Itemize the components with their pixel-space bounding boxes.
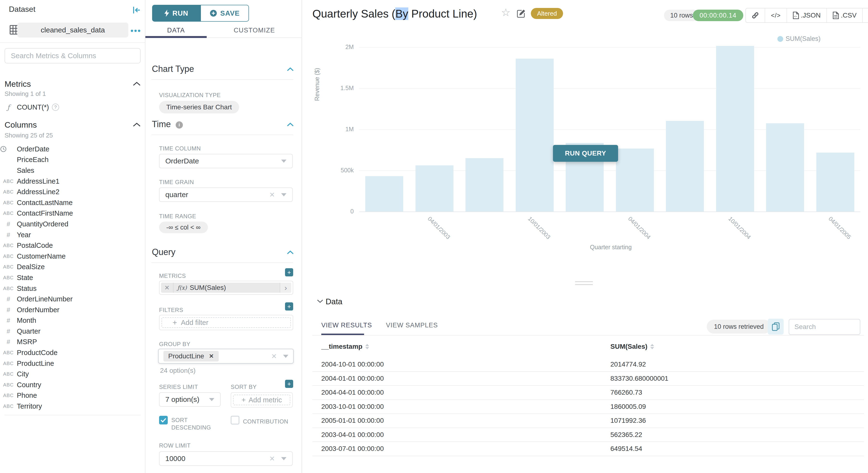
- chart-title[interactable]: Quarterly Sales (By Product Line): [312, 7, 477, 20]
- y-axis-tick-label: 0: [306, 208, 354, 215]
- column-item[interactable]: ABCCountry: [0, 379, 145, 390]
- column-item[interactable]: #Month: [0, 315, 145, 326]
- column-item[interactable]: #OrderLineNumber: [0, 294, 145, 305]
- chart-menu-button[interactable]: [862, 8, 868, 22]
- add-filter-dropzone[interactable]: + Add filter: [161, 317, 291, 328]
- data-section-chevron-icon[interactable]: [317, 299, 323, 303]
- row-limit-label: ROW LIMIT: [159, 442, 191, 449]
- time-range-value[interactable]: -∞ ≤ col < ∞: [159, 222, 208, 233]
- metric-item-count[interactable]: ƒ COUNT(*) ?: [0, 102, 145, 113]
- metric-chip[interactable]: ✕ ƒ(x) SUM(Sales) ›: [161, 283, 291, 293]
- favorite-star-icon[interactable]: ☆: [501, 6, 510, 19]
- column-header-sum-sales[interactable]: SUM(Sales): [610, 343, 654, 350]
- add-sort-metric-button[interactable]: +: [285, 380, 293, 388]
- column-item[interactable]: #Quarter: [0, 326, 145, 337]
- clear-icon[interactable]: ✕: [269, 455, 275, 463]
- group-by-chip[interactable]: ProductLine ✕: [163, 351, 219, 361]
- export-csv-button[interactable]: .CSV: [827, 8, 862, 22]
- resize-grip[interactable]: [575, 281, 593, 287]
- csv-file-icon: [833, 11, 839, 19]
- column-item[interactable]: ABCProductCode: [0, 347, 145, 358]
- cell-timestamp: 2004-04-01 00:00:00: [321, 389, 384, 396]
- column-item[interactable]: ABCAddressLine2: [0, 187, 145, 197]
- table-row: 2004-10-01 00:00:002014774.92: [312, 358, 864, 372]
- bar-2003-07-01: [465, 158, 503, 212]
- copy-link-button[interactable]: [746, 8, 765, 22]
- column-item[interactable]: ABCProductLine: [0, 358, 145, 369]
- sort-by-label: SORT BY: [231, 384, 257, 390]
- metric-help-icon[interactable]: ?: [52, 103, 59, 111]
- column-item[interactable]: ABCDealSize: [0, 262, 145, 273]
- column-item[interactable]: ABCPostalCode: [0, 240, 145, 251]
- chevron-up-icon[interactable]: [287, 67, 294, 72]
- column-item[interactable]: ABCCity: [0, 369, 145, 379]
- chart-legend[interactable]: SUM(Sales): [777, 35, 821, 42]
- tab-customize[interactable]: CUSTOMIZE: [207, 23, 302, 37]
- results-tabs: VIEW RESULTS VIEW SAMPLES: [321, 322, 438, 329]
- column-item[interactable]: ABCPhone: [0, 390, 145, 401]
- text-type-icon: ABC: [3, 382, 14, 387]
- dataset-more-menu[interactable]: •••: [130, 26, 141, 35]
- time-grain-select[interactable]: quarter ✕: [159, 187, 293, 202]
- column-item[interactable]: PriceEach: [0, 155, 145, 165]
- text-type-icon: ABC: [3, 211, 14, 216]
- group-by-select[interactable]: ProductLine ✕ ✕: [158, 349, 294, 364]
- contribution-checkbox[interactable]: [231, 416, 239, 424]
- bar-2003-04-01: [415, 165, 454, 212]
- results-search-input[interactable]: [789, 319, 860, 335]
- metrics-collapse-icon[interactable]: [133, 81, 141, 87]
- clear-icon[interactable]: ✕: [271, 352, 277, 360]
- save-button[interactable]: SAVE: [200, 5, 249, 22]
- query-timer-badge: 00:00:00.14: [693, 10, 743, 21]
- add-metric-button[interactable]: +: [285, 268, 293, 276]
- info-icon[interactable]: i: [176, 121, 183, 129]
- tab-view-results[interactable]: VIEW RESULTS: [321, 322, 372, 329]
- column-item[interactable]: #Year: [0, 229, 145, 240]
- visualization-type-value[interactable]: Time-series Bar Chart: [159, 101, 239, 114]
- expand-metric-icon[interactable]: ›: [280, 283, 291, 293]
- column-item[interactable]: ABCContactLastName: [0, 197, 145, 208]
- chevron-up-icon[interactable]: [287, 250, 294, 255]
- cell-sum-sales: 833730.680000001: [610, 375, 668, 382]
- remove-metric-icon[interactable]: ✕: [161, 283, 174, 293]
- tab-data[interactable]: DATA: [145, 23, 207, 37]
- column-item[interactable]: ABCStatus: [0, 283, 145, 294]
- collapse-panel-icon[interactable]: [132, 5, 141, 15]
- number-type-icon: #: [7, 231, 10, 239]
- text-type-icon: ABC: [3, 350, 14, 355]
- copy-data-button[interactable]: [768, 319, 784, 335]
- x-axis-tick-label: 04/01/2004: [627, 215, 652, 241]
- sort-descending-checkbox[interactable]: [159, 416, 168, 424]
- add-sort-metric-dropzone[interactable]: + Add metric: [233, 395, 290, 405]
- column-item[interactable]: #QuantityOrdered: [0, 219, 145, 229]
- row-limit-select[interactable]: 10000 ✕: [159, 451, 293, 466]
- chevron-up-icon[interactable]: [287, 122, 294, 127]
- column-item[interactable]: OrderDate: [0, 144, 145, 155]
- column-item[interactable]: Sales: [0, 165, 145, 176]
- altered-badge[interactable]: Altered: [531, 8, 563, 19]
- edit-properties-icon[interactable]: [517, 9, 526, 18]
- column-header-timestamp[interactable]: __timestamp: [321, 343, 369, 350]
- time-column-select[interactable]: OrderDate: [159, 154, 293, 168]
- column-item[interactable]: ABCAddressLine1: [0, 176, 145, 187]
- run-query-button[interactable]: RUN QUERY: [553, 145, 618, 162]
- column-item[interactable]: ABCState: [0, 272, 145, 283]
- dataset-name[interactable]: cleaned_sales_data: [17, 23, 128, 37]
- clear-icon[interactable]: ✕: [269, 191, 275, 199]
- columns-collapse-icon[interactable]: [133, 122, 141, 127]
- column-item[interactable]: #OrderNumber: [0, 305, 145, 315]
- number-type-icon: #: [7, 295, 10, 303]
- remove-chip-icon[interactable]: ✕: [209, 353, 214, 359]
- export-json-button[interactable]: <> .JSON: [786, 8, 827, 22]
- column-item[interactable]: ABCContactFirstName: [0, 208, 145, 219]
- column-item[interactable]: ABCTerritory: [0, 401, 145, 412]
- tab-view-samples[interactable]: VIEW SAMPLES: [386, 322, 438, 329]
- embed-code-button[interactable]: </>: [765, 8, 786, 22]
- series-limit-select[interactable]: 7 option(s): [159, 392, 221, 407]
- column-item[interactable]: ABCCustomerName: [0, 251, 145, 262]
- add-filter-button[interactable]: +: [285, 302, 293, 311]
- run-button[interactable]: RUN: [152, 5, 200, 22]
- column-item[interactable]: #MSRP: [0, 337, 145, 348]
- bar-2005-01-01: [766, 123, 804, 212]
- search-metrics-columns-input[interactable]: [5, 48, 141, 63]
